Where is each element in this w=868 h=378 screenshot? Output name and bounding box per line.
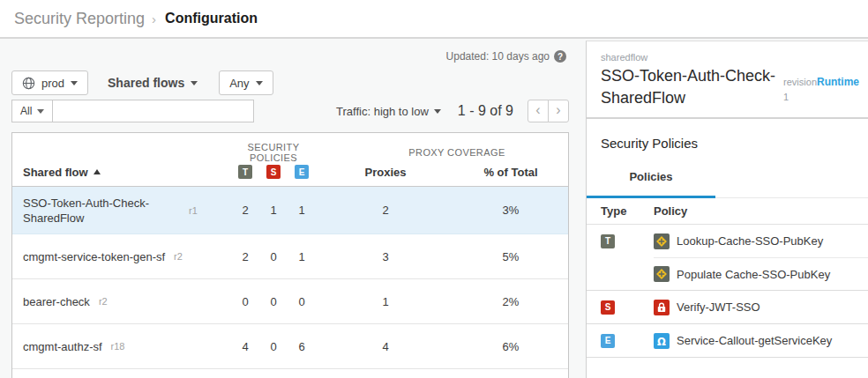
- revision-value: 1: [783, 92, 859, 102]
- policy-entry[interactable]: Lookup-Cache-SSO-PubKey: [654, 225, 868, 257]
- detail-tab-bar: Policies: [587, 170, 868, 198]
- svg-text:Ω: Ω: [657, 335, 666, 347]
- previous-page-button[interactable]: ‹: [528, 100, 549, 122]
- filter-row-primary: prod Shared flows Any: [11, 70, 273, 95]
- proxies-count: 2: [316, 204, 455, 217]
- proxy-type-label: Shared flows: [108, 76, 184, 90]
- top-bar: Security Reporting › Configuration: [0, 0, 868, 39]
- t-count: 2: [231, 204, 259, 217]
- callout-icon: Ω: [654, 333, 670, 349]
- shared-flows-table: SECURITY POLICIES PROXY COVERAGE Shared …: [11, 132, 569, 378]
- cache-icon: [654, 266, 670, 282]
- shared-flow-column-header[interactable]: Shared flow: [12, 166, 231, 179]
- caret-down-icon: [37, 109, 44, 114]
- t-count: 0: [231, 295, 259, 308]
- type-column-header: Type: [601, 204, 654, 218]
- proxies-count: 1: [316, 295, 455, 308]
- s-count: 0: [259, 250, 288, 263]
- s-count: 0: [259, 340, 288, 353]
- sort-ascending-icon: [94, 169, 101, 174]
- traffic-sort-label: Traffic: high to low: [336, 105, 429, 118]
- s-count: 1: [259, 204, 288, 217]
- breadcrumb-parent[interactable]: Security Reporting: [14, 10, 145, 28]
- policy-entry[interactable]: Verify-JWT-SSO: [654, 291, 868, 323]
- t-policy-badge: T: [601, 234, 615, 248]
- pct-total: 5%: [455, 250, 566, 263]
- revision-label: r18: [111, 341, 125, 352]
- policy-entry[interactable]: Ω Service-Callout-getServiceKey: [654, 324, 868, 357]
- s-count: 0: [259, 295, 288, 308]
- search-field-label: All: [20, 105, 32, 117]
- e-count: 1: [288, 250, 316, 263]
- shared-flow-name: cmgmt-service-token-gen-sf: [23, 249, 165, 264]
- filter-row-secondary: All Traffic: high to low 1 - 9 of 9 ‹ ›: [11, 100, 569, 122]
- proxy-coverage-group-header: PROXY COVERAGE: [316, 147, 566, 158]
- breadcrumb-separator-icon: ›: [152, 11, 156, 26]
- revision-label: revision: [783, 77, 817, 87]
- policy-name: Verify-JWT-SSO: [677, 300, 760, 314]
- proxies-column-header: Proxies: [316, 166, 455, 179]
- runtime-link[interactable]: Runtime: [817, 76, 859, 88]
- e-count: 0: [288, 295, 316, 308]
- e-count: 6: [288, 340, 316, 353]
- pct-total: 2%: [455, 295, 566, 308]
- policy-entry[interactable]: Populate Cache-SSO-PubKey: [654, 257, 868, 290]
- proxies-count: 3: [316, 250, 455, 263]
- s-policy-badge: S: [601, 300, 615, 315]
- search-input[interactable]: [52, 100, 254, 122]
- table-group-header-row: SECURITY POLICIES PROXY COVERAGE: [12, 133, 568, 158]
- shared-flow-name: SSO-Token-Auth-Check-SharedFlow: [23, 196, 180, 226]
- table-row[interactable]: bearer-check r2 0 0 0 1 2%: [12, 279, 568, 324]
- section-title: Security Policies: [587, 119, 868, 151]
- any-filter-dropdown[interactable]: Any: [219, 70, 273, 95]
- pct-total: 3%: [455, 204, 566, 217]
- table-row-selected[interactable]: SSO-Token-Auth-Check-SharedFlow r1 2 1 1…: [12, 187, 568, 234]
- pagination: ‹ ›: [528, 100, 569, 122]
- t-count: 4: [231, 340, 259, 353]
- environment-dropdown[interactable]: prod: [11, 70, 88, 95]
- pagination-range: 1 - 9 of 9: [458, 103, 513, 119]
- caret-down-icon: [191, 81, 198, 85]
- policy-name: Lookup-Cache-SSO-PubKey: [677, 234, 823, 248]
- main-area: Updated: 10 days ago ? prod Shared flows…: [0, 39, 868, 378]
- next-page-button[interactable]: ›: [548, 100, 569, 122]
- lock-icon: [654, 300, 670, 315]
- policy-group: T Lookup-Cache-SSO-PubKey: [587, 225, 868, 291]
- table-row[interactable]: cmgmt-authz-sf r18 4 0 6 4 6%: [12, 324, 568, 369]
- e-policy-badge: E: [601, 334, 615, 348]
- updated-status: Updated: 10 days ago ?: [446, 50, 566, 63]
- report-pane: Updated: 10 days ago ? prod Shared flows…: [0, 39, 582, 378]
- caret-down-icon: [434, 109, 441, 114]
- revision-block: revisionRuntime 1: [783, 52, 859, 109]
- t-policy-badge: T: [238, 165, 252, 179]
- s-policy-badge: S: [266, 165, 281, 179]
- table-row[interactable]: cmgmt-service-token-gen-sf r2 2 0 1 3 5%: [12, 234, 568, 279]
- revision-label: r2: [174, 251, 183, 262]
- updated-label: Updated: 10 days ago: [446, 50, 550, 63]
- caret-down-icon: [71, 81, 78, 85]
- help-icon[interactable]: ?: [554, 50, 566, 63]
- globe-icon: [22, 77, 35, 90]
- tab-policies[interactable]: Policies: [587, 170, 715, 198]
- detail-type-label: sharedflow: [601, 52, 778, 63]
- table-row-partial: [12, 369, 568, 378]
- policy-group: E Ω Service-Callout-getServiceKey: [587, 324, 868, 358]
- e-policy-badge: E: [295, 165, 309, 179]
- traffic-sort-dropdown[interactable]: Traffic: high to low: [336, 105, 441, 118]
- shared-flow-header-label: Shared flow: [23, 166, 88, 179]
- policy-name: Populate Cache-SSO-PubKey: [677, 268, 830, 281]
- cache-icon: [654, 233, 670, 249]
- security-policies-group-header: SECURITY POLICIES: [231, 142, 316, 163]
- any-filter-label: Any: [229, 77, 249, 90]
- policy-name: Service-Callout-getServiceKey: [677, 334, 832, 347]
- e-count: 1: [288, 204, 316, 217]
- pct-total-column-header: % of Total: [455, 166, 566, 179]
- search-field-dropdown[interactable]: All: [11, 100, 53, 122]
- pct-total: 6%: [455, 340, 566, 353]
- shared-flow-name: bearer-check: [23, 294, 90, 309]
- revision-label: r1: [189, 205, 198, 216]
- proxy-type-dropdown[interactable]: Shared flows: [108, 76, 198, 90]
- environment-label: prod: [41, 77, 64, 90]
- shared-flow-name: cmgmt-authz-sf: [23, 339, 102, 354]
- revision-label: r2: [99, 296, 108, 307]
